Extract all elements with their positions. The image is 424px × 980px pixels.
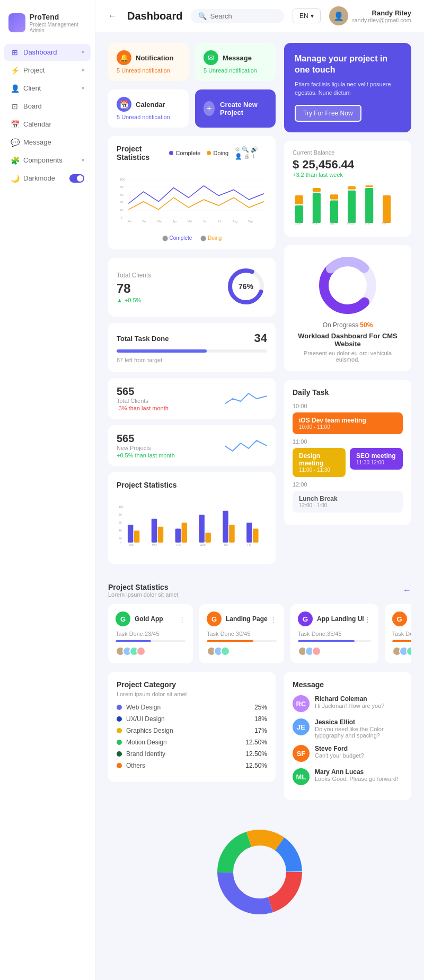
svg-rect-55 <box>348 186 356 190</box>
app-landing-icon: G <box>298 612 313 626</box>
seo-meeting-time: 11:30 12:00 <box>356 460 396 465</box>
ios-meeting-label: iOS Dev team meeting <box>299 417 396 424</box>
tasks-row-1100: Design meeting 11:00 - 11:30 SEO meeting… <box>293 448 403 481</box>
task-time-1000: 10:00 <box>293 403 403 409</box>
app-landing-menu[interactable]: ⋮ <box>364 615 371 623</box>
calendar-card-icon: 📆 <box>117 97 131 112</box>
svg-text:100: 100 <box>120 178 126 181</box>
uxui-name: UX/UI Design <box>126 715 250 723</box>
gold-app-menu[interactable]: ⋮ <box>179 615 186 623</box>
msg-text-steve: Can't your budget? <box>315 752 364 759</box>
brand-dot <box>117 751 122 757</box>
chevron-icon: ▾ <box>82 67 84 73</box>
chevron-icon: ▾ <box>82 49 84 55</box>
svg-rect-36 <box>199 515 204 542</box>
mini-chart-clients <box>225 388 267 409</box>
brand-pct: 12.50% <box>245 750 267 758</box>
svg-rect-52 <box>330 200 338 223</box>
create-project-card[interactable]: + Create New Project <box>195 89 276 128</box>
motion-name: Motion Design <box>126 739 241 746</box>
message-card-sub: 5 Unread notification <box>204 67 267 74</box>
dashboard-icon: ⊞ <box>11 48 19 57</box>
on-progress-label: On Progress 50% <box>293 321 403 329</box>
sidebar-item-dashboard[interactable]: ⊞ Dashboard ▾ <box>4 44 91 61</box>
on-progress-card: On Progress 50% Workload Dashboard For C… <box>284 245 411 371</box>
left-column: 🔔 Notification 5 Unread notification ✉ M… <box>108 43 276 572</box>
total-task-value: 34 <box>254 331 267 345</box>
right-column: Manage your project in one touch Etiam f… <box>284 43 411 572</box>
sidebar-item-components[interactable]: 🧩 Components ▾ <box>4 152 91 169</box>
svg-text:Wed: Wed <box>200 543 206 546</box>
svg-text:Jun: Jun <box>202 220 207 223</box>
landing-page-menu[interactable]: ⋮ <box>270 615 277 623</box>
graphics-dot <box>117 728 122 733</box>
task-ios-meeting: iOS Dev team meeting 10:00 - 11:00 <box>293 412 403 434</box>
user-name: Randy Riley <box>352 9 411 17</box>
sidebar-item-client[interactable]: 👤 Client ▾ <box>4 80 91 97</box>
msg-avatar-richard: RC <box>293 695 310 712</box>
svg-text:80: 80 <box>120 185 123 188</box>
svg-text:Sep: Sep <box>248 220 252 223</box>
stat-projects-change: +0.5% than last month <box>117 452 175 458</box>
gold-app-icon: G <box>116 612 130 626</box>
header: ← Dashboard 🔍 EN ▾ 👤 Randy Riley randy.r… <box>95 0 424 32</box>
category-motion: Motion Design 12.50% <box>117 739 267 746</box>
web-design-name: Web Design <box>126 704 250 711</box>
sidebar-item-message[interactable]: 💬 Message <box>4 134 91 151</box>
project-statistics-card: Project Statistics Complete Doing ⚙ 🔍 🔊 … <box>108 136 276 249</box>
board-icon: ⊡ <box>11 102 19 111</box>
project-stats-section-title: Project Statistics <box>108 583 179 591</box>
task-progress-fill <box>117 349 207 353</box>
user-profile: 👤 Randy Riley randy.riley@gmail.com <box>329 6 411 25</box>
sidebar-item-calendar[interactable]: 📅 Calendar <box>4 116 91 133</box>
components-icon: 🧩 <box>11 156 19 165</box>
sidebar-item-project[interactable]: ⚡ Project ▾ <box>4 62 91 79</box>
svg-rect-31 <box>134 531 139 542</box>
calendar-icon: 📅 <box>11 120 19 129</box>
svg-text:Sun: Sun <box>128 543 133 546</box>
logo-icon <box>8 13 25 32</box>
on-progress-donut <box>316 254 379 317</box>
svg-text:Wed: Wed <box>347 221 354 225</box>
svg-rect-37 <box>205 533 210 543</box>
graphics-name: Graphics Design <box>126 727 250 734</box>
cards-row-2: 📆 Calendar 5 Unread notification + Creat… <box>108 89 276 128</box>
calendar-card-sub: 5 Unread notification <box>117 114 180 120</box>
content-area: 🔔 Notification 5 Unread notification ✉ M… <box>95 32 424 583</box>
top-cards-row: 🔔 Notification 5 Unread notification ✉ M… <box>108 43 276 81</box>
promo-button[interactable]: Try For Free Now <box>295 105 361 122</box>
avatar: 👤 <box>329 6 348 25</box>
total-clients-label: Total Clients <box>117 272 151 279</box>
sidebar-item-darkmode[interactable]: 🌙 Darkmode <box>4 170 91 187</box>
section-arrow-icon[interactable]: ← <box>403 586 411 595</box>
search-input[interactable] <box>210 12 277 20</box>
daily-task-title: Daily Task <box>293 388 403 397</box>
balance-card: Current Balance $ 25,456.44 +3.2 than la… <box>284 141 411 237</box>
search-bar[interactable]: 🔍 <box>191 9 284 23</box>
svg-text:60: 60 <box>120 193 123 196</box>
svg-text:76%: 76% <box>238 282 254 291</box>
balance-change: +3.2 than last week <box>293 172 403 178</box>
landing-page-task: Task Done:30/45 <box>207 631 277 637</box>
svg-text:Aug: Aug <box>233 220 237 223</box>
project-stats-section: Project Statistics Lorem ipsum dolor sit… <box>95 583 424 672</box>
svg-rect-30 <box>128 525 133 543</box>
svg-text:Fri: Fri <box>382 221 386 225</box>
stat-projects-value: 565 <box>117 433 175 445</box>
lang-selector[interactable]: EN ▾ <box>293 8 321 23</box>
stat-clients-change: -3% than last month <box>117 405 169 411</box>
back-button[interactable]: ← <box>108 11 117 21</box>
ios-meeting-time: 10:00 - 11:00 <box>299 424 396 430</box>
project-category-title: Project Category <box>117 680 267 689</box>
msg-avatar-mary: ML <box>293 768 310 785</box>
page-title: Dashboard <box>127 10 182 22</box>
svg-text:Feb: Feb <box>143 220 147 223</box>
project-card-gold-app: G Gold App ⋮ Task Done:23/45 <box>108 604 193 663</box>
project-stats-bar-title: Project Statistics <box>117 481 177 489</box>
svg-text:Sun: Sun <box>295 221 302 225</box>
sidebar-item-board[interactable]: ⊡ Board <box>4 98 91 115</box>
total-clients-change: +0.5% <box>125 297 142 303</box>
svg-text:Tue: Tue <box>176 543 181 546</box>
seo-meeting-label: SEO meeting <box>356 452 396 460</box>
svg-text:Thu: Thu <box>364 221 370 225</box>
